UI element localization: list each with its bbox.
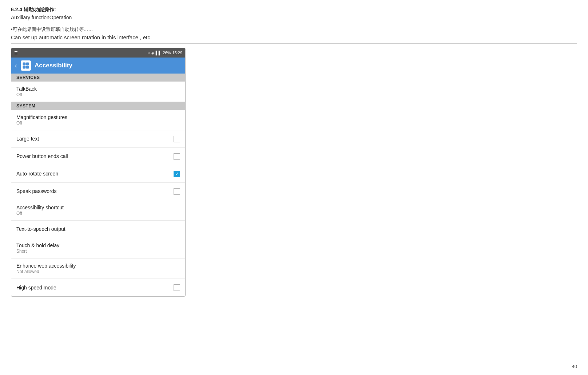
list-item-speak-passwords[interactable]: Speak passwords [11,183,185,200]
wifi-icon: ◈ [151,51,154,55]
list-item-accessibility-shortcut[interactable]: Accessibility shortcut Off [11,200,185,221]
page-number: 40 [572,364,577,369]
status-bar-left: ☰ [14,51,18,55]
accessibility-shortcut-title: Accessibility shortcut [16,205,180,210]
svg-rect-0 [23,63,25,65]
svg-rect-3 [26,66,29,68]
accessibility-shortcut-subtitle: Off [16,211,180,216]
high-speed-title: High speed mode [16,285,174,291]
phone-mockup: ☰ ○ ◈ ▌▌ 26% 15:29 ‹ Accessibility [11,48,186,297]
power-button-title: Power button ends call [16,153,174,159]
list-item-auto-rotate[interactable]: Auto-rotate screen ✓ [11,165,185,183]
list-item-high-speed[interactable]: High speed mode [11,279,185,296]
web-accessibility-subtitle: Not allowed [16,269,180,274]
app-title: Accessibility [35,62,72,69]
power-button-checkbox[interactable] [174,153,180,160]
large-text-checkbox[interactable] [174,136,180,142]
magnification-subtitle: Off [16,121,180,126]
speak-passwords-title: Speak passwords [16,188,174,194]
list-item-touch-hold[interactable]: Touch & hold delay Short [11,238,185,258]
battery-text: 26% [163,51,171,55]
section-english-title: Auxiliary functionOperation [11,15,577,20]
large-text-title: Large text [16,136,174,142]
system-section-header: SYSTEM [11,102,185,110]
tts-title: Text-to-speech output [16,226,180,232]
touch-hold-title: Touch & hold delay [16,242,180,248]
auto-rotate-checkbox[interactable]: ✓ [174,171,180,177]
list-item-web-accessibility[interactable]: Enhance web accessibility Not allowed [11,258,185,279]
menu-icon: ☰ [14,51,18,55]
status-bar: ☰ ○ ◈ ▌▌ 26% 15:29 [11,48,185,58]
app-icon [21,60,31,71]
section-number: 6.2.4 [11,7,22,12]
app-header: ‹ Accessibility [11,58,185,74]
high-speed-checkbox[interactable] [174,284,180,291]
svg-rect-2 [23,66,25,68]
time-text: 15:29 [172,51,182,55]
phone-icon: ○ [147,51,150,55]
list-item-large-text[interactable]: Large text [11,130,185,148]
list-item-talkback[interactable]: TalkBack Off [11,82,185,102]
talkback-title: TalkBack [16,86,180,92]
bullet-chinese: •可在此界面中设置屏幕自动旋转等…… [11,26,577,33]
signal-icon: ▌▌ [156,51,162,55]
web-accessibility-title: Enhance web accessibility [16,263,180,269]
list-item-power-button[interactable]: Power button ends call [11,148,185,165]
section-number-title: 6.2.4 辅助功能操作: [11,7,577,13]
list-item-magnification[interactable]: Magnification gestures Off [11,110,185,130]
list-item-tts[interactable]: Text-to-speech output [11,221,185,238]
touch-hold-subtitle: Short [16,249,180,254]
auto-rotate-title: Auto-rotate screen [16,171,174,177]
status-bar-right: ○ ◈ ▌▌ 26% 15:29 [147,51,182,55]
talkback-subtitle: Off [16,92,180,97]
magnification-title: Magnification gestures [16,114,180,120]
svg-rect-1 [26,63,29,65]
speak-passwords-checkbox[interactable] [174,188,180,195]
back-arrow-icon[interactable]: ‹ [15,62,17,70]
bullet-english: Can set up automatic screen rotation in … [11,34,577,44]
services-section-header: SERVICES [11,74,185,82]
section-chinese-title: 辅助功能操作: [24,7,56,12]
